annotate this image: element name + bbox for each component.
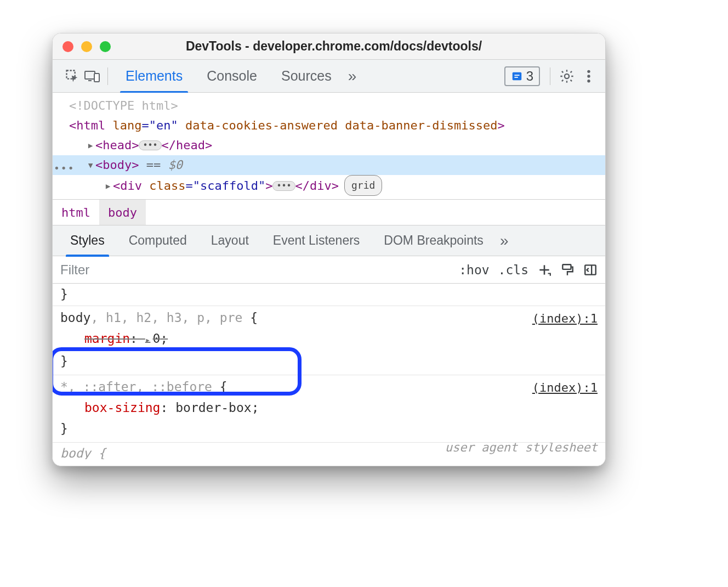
paint-icon [560, 263, 575, 277]
grid-badge[interactable]: grid [344, 175, 382, 196]
sidebar-icon [583, 263, 598, 277]
issues-count: 3 [526, 69, 533, 84]
dom-breadcrumbs: html body [53, 199, 605, 225]
style-source-link[interactable]: (index):1 [532, 308, 598, 329]
close-window-button[interactable] [62, 41, 73, 52]
svg-rect-13 [562, 264, 571, 269]
svg-rect-4 [512, 72, 521, 80]
styles-filter-row: :hov .cls [53, 256, 605, 284]
styles-pane[interactable]: } (index):1 body, h1, h2, h3, p, pre { m… [53, 284, 605, 466]
expand-shorthand-icon[interactable]: ▸ [145, 335, 151, 345]
subtab-computed[interactable]: Computed [117, 225, 199, 256]
settings-button[interactable] [556, 65, 578, 87]
window-titlebar: DevTools - developer.chrome.com/docs/dev… [53, 33, 605, 60]
svg-point-9 [587, 75, 590, 77]
dom-div-scaffold[interactable]: ▸<div class="scaffold">•••</div>grid [53, 175, 605, 196]
svg-rect-3 [94, 74, 99, 82]
expand-triangle-icon[interactable]: ▸ [104, 196, 112, 199]
svg-rect-1 [85, 71, 95, 79]
window-title: DevTools - developer.chrome.com/docs/dev… [72, 39, 595, 54]
copy-styles-button[interactable] [560, 263, 575, 277]
style-declaration-margin[interactable]: margin: ▸0; [60, 328, 598, 351]
tab-elements[interactable]: Elements [113, 60, 195, 93]
more-tabs-button[interactable]: » [344, 67, 361, 85]
style-selector[interactable]: body, h1, h2, h3, p, pre { [60, 307, 598, 328]
style-selector[interactable]: *, ::after, ::before { [60, 376, 598, 397]
collapse-triangle-icon[interactable]: ▾ [87, 155, 94, 175]
dom-doctype[interactable]: <!DOCTYPE html> [53, 96, 605, 116]
user-agent-label: user agent stylesheet [445, 443, 598, 458]
main-toolbar: Elements Console Sources » 3 [53, 60, 605, 93]
ellipsis-icon[interactable]: ••• [272, 181, 295, 191]
expand-triangle-icon[interactable]: ▸ [87, 136, 94, 155]
plus-icon [537, 263, 551, 277]
svg-point-8 [587, 70, 590, 72]
gear-icon [559, 69, 575, 84]
style-declaration-box-sizing[interactable]: box-sizing: border-box; [60, 397, 598, 418]
inspect-element-icon[interactable] [62, 66, 82, 86]
styles-tools: :hov .cls [459, 263, 605, 277]
issues-badge[interactable]: 3 [504, 66, 540, 86]
main-tabs: Elements Console Sources » [113, 60, 504, 93]
cls-toggle[interactable]: .cls [498, 263, 528, 277]
issues-icon [511, 70, 523, 82]
dom-body-element[interactable]: ▾<body> == $0 [53, 155, 605, 175]
subtab-styles[interactable]: Styles [58, 225, 117, 256]
more-subtabs-button[interactable]: » [496, 232, 513, 250]
svg-point-7 [565, 74, 569, 78]
ellipsis-icon[interactable]: ••• [139, 140, 161, 150]
svg-point-10 [587, 79, 590, 82]
dom-tree-panel[interactable]: <!DOCTYPE html> <html lang="en" data-coo… [53, 93, 605, 199]
dom-html-element[interactable]: <html lang="en" data-cookies-answered da… [53, 116, 605, 136]
style-rule-truncated[interactable]: } [53, 284, 605, 306]
devtools-window: DevTools - developer.chrome.com/docs/dev… [52, 33, 606, 466]
breadcrumb-body[interactable]: body [99, 200, 146, 225]
subtab-layout[interactable]: Layout [199, 225, 261, 256]
device-toggle-icon[interactable] [82, 66, 102, 86]
hov-toggle[interactable]: :hov [459, 263, 489, 277]
style-rule-user-agent[interactable]: body { user agent stylesheet [53, 443, 605, 459]
tab-console[interactable]: Console [195, 60, 269, 93]
more-menu-button[interactable] [578, 65, 600, 87]
subtab-event-listeners[interactable]: Event Listeners [261, 225, 372, 256]
toolbar-divider [107, 67, 108, 85]
subtab-dom-breakpoints[interactable]: DOM Breakpoints [372, 225, 496, 256]
tab-sources[interactable]: Sources [269, 60, 344, 93]
more-actions-dots[interactable]: ••• [54, 159, 75, 178]
new-style-rule-button[interactable] [537, 263, 551, 277]
style-rule-universal[interactable]: (index):1 *, ::after, ::before { box-siz… [53, 375, 605, 443]
style-source-link[interactable]: (index):1 [532, 377, 598, 398]
dom-head-element[interactable]: ▸<head>•••</head> [53, 136, 605, 155]
dom-announcement-banner[interactable]: ▸<announcement-banner class="cookie-bann… [53, 196, 605, 199]
kebab-icon [587, 69, 591, 83]
breadcrumb-html[interactable]: html [53, 200, 99, 225]
styles-subtabs: Styles Computed Layout Event Listeners D… [53, 225, 605, 256]
computed-sidebar-toggle[interactable] [583, 263, 598, 277]
styles-filter-input[interactable] [53, 262, 459, 278]
toolbar-divider-2 [550, 67, 550, 85]
style-rule-body-headings[interactable]: (index):1 body, h1, h2, h3, p, pre { mar… [53, 306, 605, 375]
expand-triangle-icon[interactable]: ▸ [104, 176, 112, 196]
